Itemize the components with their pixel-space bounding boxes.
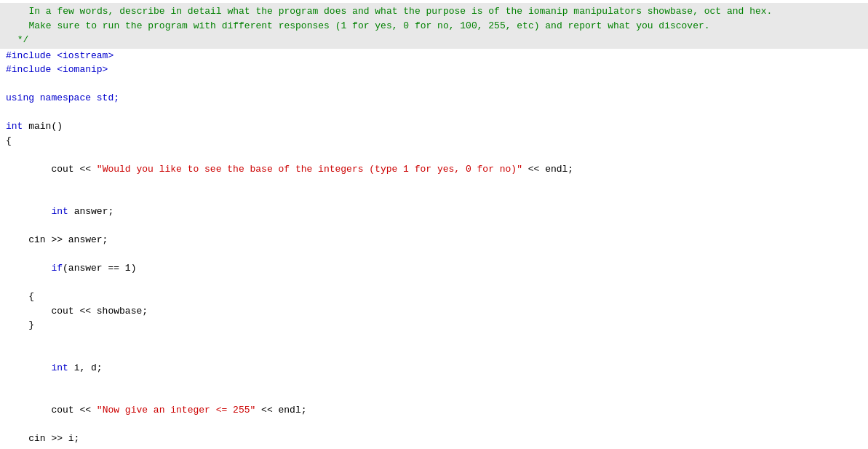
code-editor: In a few words, describe in detail what … <box>0 0 868 449</box>
blank-line <box>0 77 868 92</box>
cout-line-1: cout << "Would you like to see the base … <box>0 148 868 191</box>
comment-block: In a few words, describe in detail what … <box>0 3 868 49</box>
comment-line-1: In a few words, describe in detail what … <box>6 4 862 19</box>
if-close-brace: } <box>0 318 868 333</box>
if-open-brace: { <box>0 290 868 304</box>
cout-now-give: cout << "Now give an integer <= 255" << … <box>0 389 868 432</box>
cin-i: cin >> i; <box>0 432 868 446</box>
if-statement: if(answer == 1) <box>0 247 868 290</box>
namespace-line: using namespace std; <box>0 91 868 106</box>
include-iomanip: #include <iomanip> <box>0 63 868 77</box>
open-brace: { <box>0 134 868 148</box>
int-answer: int answer; <box>0 191 868 234</box>
blank-line <box>0 446 868 450</box>
blank-line <box>0 106 868 120</box>
include-iostream: #include <iostream> <box>0 49 868 63</box>
comment-line-2: Make sure to run the program with differ… <box>6 19 862 33</box>
showbase-line: cout << showbase; <box>0 304 868 319</box>
main-signature: int main() <box>0 119 868 134</box>
comment-line-3: */ <box>6 33 862 47</box>
cin-answer: cin >> answer; <box>0 233 868 247</box>
blank-line <box>0 333 868 347</box>
int-i-d: int i, d; <box>0 346 868 389</box>
